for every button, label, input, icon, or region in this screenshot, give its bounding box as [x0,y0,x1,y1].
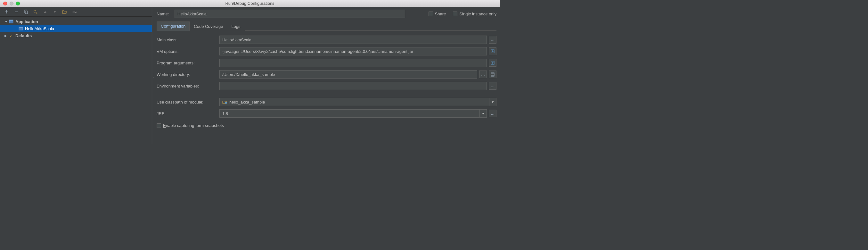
move-up-button[interactable] [42,9,48,15]
minimize-window-button[interactable] [10,2,13,5]
config-tree: ▼ Application HelloAkkaScala ▶ Defaults [0,17,152,144]
config-header-row: Name: Share Single instance only [157,9,496,21]
copy-config-button[interactable] [23,9,29,15]
window-title: Run/Debug Configurations [225,1,274,6]
tab-configuration[interactable]: Configuration [157,22,190,31]
svg-rect-11 [491,74,494,75]
single-instance-label: Single instance only [459,11,496,16]
program-args-label: Program arguments: [157,61,217,65]
expand-arrow-icon: ▶ [4,34,8,37]
module-icon [222,100,227,104]
svg-point-2 [34,10,36,12]
svg-rect-12 [491,75,494,76]
config-name-input[interactable] [175,9,405,18]
maximize-window-button[interactable] [16,2,20,5]
tree-label: Application [16,19,38,24]
main-class-input[interactable] [219,35,487,44]
share-label: Share [435,11,446,16]
add-config-button[interactable] [4,9,10,15]
tree-toolbar: ↓AZ [0,7,152,17]
tab-code-coverage[interactable]: Code Coverage [190,22,227,31]
tree-node-defaults[interactable]: ▶ Defaults [0,32,152,39]
browse-main-class-button[interactable]: … [489,36,496,44]
window-titlebar: Run/Debug Configurations [0,0,500,7]
program-args-input[interactable] [219,59,487,67]
application-item-icon [19,27,24,30]
tab-logs[interactable]: Logs [227,22,244,31]
svg-rect-10 [491,73,494,74]
svg-rect-1 [25,11,28,14]
tree-label: Defaults [16,33,32,38]
configuration-form: Main class: … VM options: Program argume… [157,31,496,128]
edit-env-vars-button[interactable]: … [489,82,496,90]
checkbox-icon [157,123,161,128]
tree-label: HelloAkkaScala [25,26,54,31]
vm-options-label: VM options: [157,49,217,54]
expand-arrow-icon: ▼ [4,20,8,23]
svg-rect-7 [19,27,23,28]
svg-point-3 [36,12,37,13]
jre-value: 1.8 [222,111,228,116]
name-label: Name: [157,11,172,16]
tree-node-application[interactable]: ▼ Application [0,18,152,25]
wrench-icon [9,33,14,38]
remove-config-button[interactable] [13,9,19,15]
browse-jre-button[interactable]: … [489,110,496,117]
chevron-down-icon: ▼ [489,98,496,106]
close-window-button[interactable] [3,2,7,5]
main-class-label: Main class: [157,37,217,42]
jre-label: JRE: [157,111,217,116]
move-down-button[interactable] [52,9,58,15]
browse-working-dir-button[interactable]: … [479,71,487,78]
svg-rect-5 [9,20,13,21]
program-args-row: Program arguments: [157,57,496,68]
classpath-row: Use classpath of module: hello_akka_samp… [157,96,496,108]
classpath-label: Use classpath of module: [157,100,217,105]
checkbox-icon [429,11,433,16]
application-icon [9,20,14,23]
config-details-panel: Name: Share Single instance only Configu… [154,7,500,144]
config-tree-panel: ↓AZ ▼ Application HelloAkkaScala ▶ [0,7,152,144]
vm-options-row: VM options: [157,46,496,57]
env-vars-input[interactable] [219,82,487,90]
share-checkbox[interactable]: Share [429,11,446,16]
env-vars-label: Environment variables: [157,84,217,88]
vm-options-input[interactable] [219,47,487,55]
expand-vm-options-button[interactable] [489,48,496,55]
single-instance-checkbox[interactable]: Single instance only [453,11,496,16]
save-config-button[interactable] [33,9,38,15]
tree-node-helloakkascala[interactable]: HelloAkkaScala [0,25,152,32]
svg-rect-13 [225,102,227,104]
checkbox-icon [453,11,457,16]
jre-row: JRE: 1.8 ▼ … [157,108,496,119]
enable-snapshots-checkbox[interactable]: Enable capturing form snapshots [157,123,224,128]
path-vars-button[interactable] [489,71,496,78]
folder-button[interactable] [62,9,67,15]
expand-program-args-button[interactable] [489,59,496,67]
main-class-row: Main class: … [157,34,496,46]
working-dir-input[interactable] [219,70,477,79]
enable-snapshots-row: Enable capturing form snapshots [157,119,496,128]
working-dir-label: Working directory: [157,72,217,77]
classpath-module-value: hello_akka_sample [229,100,265,105]
traffic-lights [0,2,20,5]
jre-select[interactable]: 1.8 ▼ [219,109,487,118]
enable-snapshots-label: Enable capturing form snapshots [163,123,224,128]
sort-button[interactable]: ↓AZ [71,9,77,15]
chevron-down-icon: ▼ [479,109,487,118]
classpath-module-select[interactable]: hello_akka_sample ▼ [219,98,496,106]
config-tabs: Configuration Code Coverage Logs [157,21,496,31]
env-vars-row: Environment variables: … [157,80,496,92]
working-dir-row: Working directory: … [157,68,496,80]
